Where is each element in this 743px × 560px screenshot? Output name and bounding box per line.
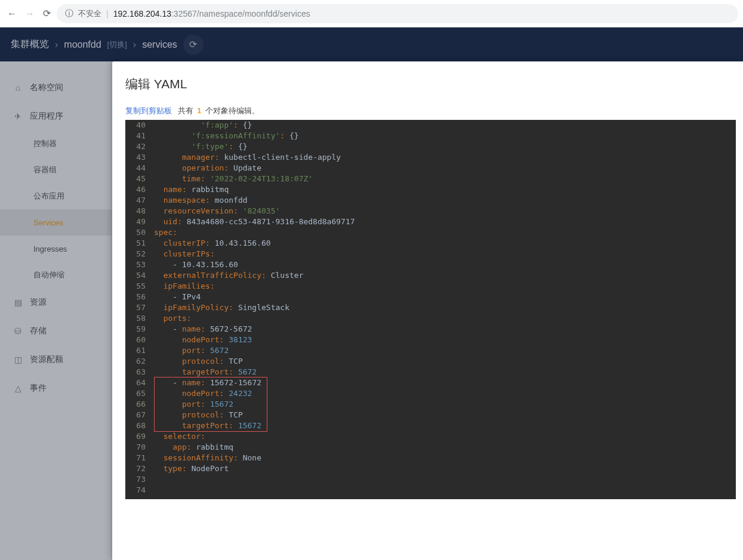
copy-to-clipboard[interactable]: 复制到剪贴板 [125,106,172,115]
modal-toolbar: 复制到剪贴板 共有 1 个对象待编辑。 [125,106,743,116]
object-count: 1 [197,106,201,115]
nav-forward-icon[interactable]: → [25,8,35,19]
address-bar[interactable]: ⓘ 不安全 | 192.168.204.13:32567/namespace/m… [57,4,738,23]
browser-toolbar: ← → ⟳ ⓘ 不安全 | 192.168.204.13:32567/names… [0,0,743,27]
url-text: 192.168.204.13:32567/namespace/moonfdd/s… [113,9,310,18]
security-label: 不安全 [78,8,101,19]
yaml-edit-modal: 编辑 YAML 复制到剪贴板 共有 1 个对象待编辑。 404142434445… [112,61,743,560]
nav-back-icon[interactable]: ← [7,8,17,19]
yaml-editor[interactable]: 4041424344454647484950515253545556575859… [125,120,736,499]
nav-reload-icon[interactable]: ⟳ [43,8,51,19]
info-icon: ⓘ [65,8,73,19]
modal-title: 编辑 YAML [125,76,743,92]
